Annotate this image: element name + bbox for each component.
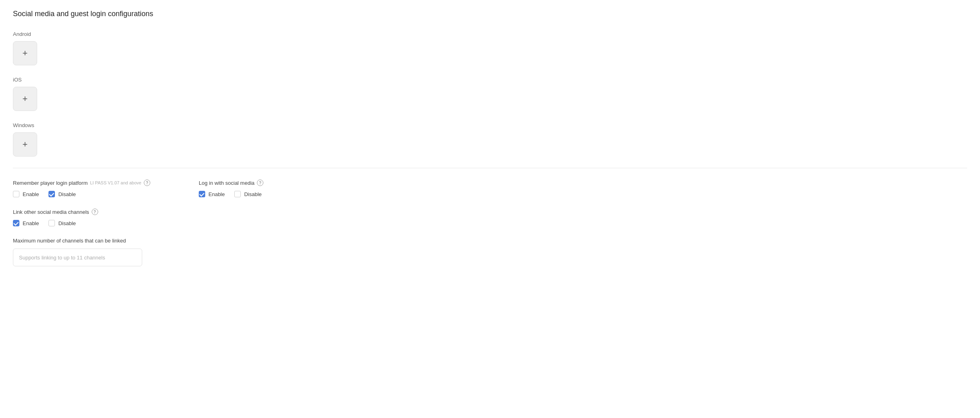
social-login-disable-label: Disable: [244, 191, 261, 197]
social-login-options: Enable Disable: [199, 191, 352, 197]
windows-label: Windows: [13, 122, 967, 128]
ios-label: iOS: [13, 77, 967, 83]
link-channels-enable-item[interactable]: Enable: [13, 220, 39, 226]
remember-login-enable-checkbox[interactable]: [13, 191, 19, 197]
social-login-help-icon[interactable]: ?: [257, 180, 263, 186]
settings-col-left: Remember player login platform LI PASS V…: [13, 180, 166, 278]
social-login-enable-item[interactable]: Enable: [199, 191, 225, 197]
social-login-label: Log in with social media: [199, 180, 254, 186]
remember-login-version: LI PASS V1.07 and above: [90, 180, 141, 185]
remember-login-label: Remember player login platform: [13, 180, 88, 186]
link-channels-disable-checkbox[interactable]: [48, 220, 55, 226]
settings-col-right: Log in with social media ? Enable Disabl…: [199, 180, 352, 278]
ios-add-button[interactable]: +: [13, 87, 37, 111]
link-channels-help-icon[interactable]: ?: [92, 209, 98, 215]
page-container: Social media and guest login configurati…: [0, 0, 980, 418]
remember-login-enable-label: Enable: [23, 191, 39, 197]
max-channels-title: Maximum number of channels that can be l…: [13, 238, 166, 244]
remember-login-enable-item[interactable]: Enable: [13, 191, 39, 197]
social-login-disable-checkbox[interactable]: [234, 191, 241, 197]
max-channels-setting: Maximum number of channels that can be l…: [13, 238, 166, 266]
remember-login-disable-checkbox[interactable]: [48, 191, 55, 197]
link-channels-label: Link other social media channels: [13, 209, 89, 215]
page-title: Social media and guest login configurati…: [13, 10, 967, 18]
android-section: Android +: [13, 31, 967, 65]
link-channels-disable-label: Disable: [58, 220, 76, 226]
link-channels-title: Link other social media channels ?: [13, 209, 166, 215]
social-login-title: Log in with social media ?: [199, 180, 352, 186]
remember-login-help-icon[interactable]: ?: [144, 180, 150, 186]
windows-add-button[interactable]: +: [13, 132, 37, 157]
remember-login-title: Remember player login platform LI PASS V…: [13, 180, 166, 186]
settings-grid: Remember player login platform LI PASS V…: [13, 180, 967, 278]
link-channels-enable-checkbox[interactable]: [13, 220, 19, 226]
ios-section: iOS +: [13, 77, 967, 111]
social-login-disable-item[interactable]: Disable: [234, 191, 261, 197]
remember-login-options: Enable Disable: [13, 191, 166, 197]
remember-login-disable-item[interactable]: Disable: [48, 191, 76, 197]
social-login-setting: Log in with social media ? Enable Disabl…: [199, 180, 352, 197]
link-channels-setting: Link other social media channels ? Enabl…: [13, 209, 166, 226]
link-channels-disable-item[interactable]: Disable: [48, 220, 76, 226]
max-channels-input[interactable]: [13, 249, 142, 266]
social-login-enable-label: Enable: [208, 191, 225, 197]
android-label: Android: [13, 31, 967, 37]
remember-login-disable-label: Disable: [58, 191, 76, 197]
link-channels-enable-label: Enable: [23, 220, 39, 226]
remember-login-setting: Remember player login platform LI PASS V…: [13, 180, 166, 197]
divider: [13, 168, 967, 168]
social-login-enable-checkbox[interactable]: [199, 191, 205, 197]
link-channels-options: Enable Disable: [13, 220, 166, 226]
windows-section: Windows +: [13, 122, 967, 157]
max-channels-label: Maximum number of channels that can be l…: [13, 238, 126, 244]
android-add-button[interactable]: +: [13, 41, 37, 65]
